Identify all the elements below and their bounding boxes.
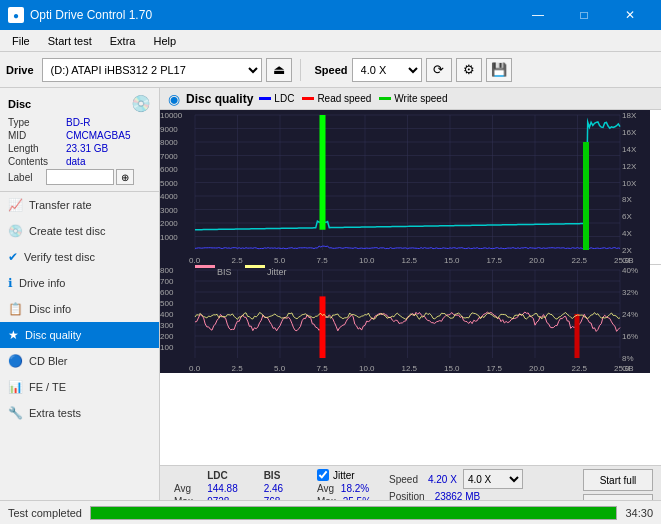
sidebar-item-drive-info[interactable]: ℹ Drive info: [0, 270, 159, 296]
maximize-button[interactable]: □: [561, 0, 607, 30]
app-icon: ●: [8, 7, 24, 23]
main-layout: Disc 💿 Type BD-R MID CMCMAGBA5 Length 23…: [0, 88, 661, 524]
sidebar-item-label: Disc info: [29, 303, 71, 315]
disc-contents-val: data: [66, 156, 85, 167]
sidebar-item-label: FE / TE: [29, 381, 66, 393]
menu-help[interactable]: Help: [145, 33, 184, 49]
avg-ldc: 144.88: [201, 482, 258, 495]
drive-select[interactable]: (D:) ATAPI iHBS312 2 PL17: [42, 58, 262, 82]
sidebar-item-label: CD Bler: [29, 355, 68, 367]
window-controls: — □ ✕: [515, 0, 653, 30]
ldc-header: LDC: [201, 469, 258, 482]
sidebar-item-label: Disc quality: [25, 329, 81, 341]
ldc-chart-wrapper: [160, 110, 661, 265]
disc-mid-val: CMCMAGBA5: [66, 130, 130, 141]
jitter-avg-row: Avg 18.2%: [317, 483, 371, 494]
sidebar-item-label: Extra tests: [29, 407, 81, 419]
disc-length-val: 23.31 GB: [66, 143, 108, 154]
bis-chart: [160, 265, 650, 373]
sidebar-item-label: Drive info: [19, 277, 65, 289]
disc-label-input[interactable]: [46, 169, 114, 185]
sidebar-item-cd-bler[interactable]: 🔵 CD Bler: [0, 348, 159, 374]
disc-info-icon: 📋: [8, 302, 23, 316]
disc-label-key: Label: [8, 172, 46, 183]
menu-extra[interactable]: Extra: [102, 33, 144, 49]
bis-chart-wrapper: [160, 265, 661, 373]
sidebar-item-label: Verify test disc: [24, 251, 95, 263]
progress-bar: [90, 506, 617, 520]
ldc-dot: [259, 97, 271, 100]
statusbar: Test completed 34:30: [0, 500, 661, 524]
progress-bar-fill: [91, 507, 616, 519]
disc-type-row: Type BD-R: [8, 117, 151, 128]
drive-label: Drive: [6, 64, 34, 76]
disc-title: Disc: [8, 98, 31, 110]
legend-write-speed: Write speed: [379, 93, 447, 104]
avg-label: Avg: [168, 482, 201, 495]
speed-key: Speed: [389, 474, 418, 485]
start-full-button[interactable]: Start full: [583, 469, 653, 491]
content-area: ◉ Disc quality LDC Read speed Write spee…: [160, 88, 661, 524]
disc-panel: Disc 💿 Type BD-R MID CMCMAGBA5 Length 23…: [0, 88, 159, 192]
toolbar: Drive (D:) ATAPI iHBS312 2 PL17 ⏏ Speed …: [0, 52, 661, 88]
read-speed-dot: [302, 97, 314, 100]
fe-te-icon: 📊: [8, 380, 23, 394]
sidebar: Disc 💿 Type BD-R MID CMCMAGBA5 Length 23…: [0, 88, 160, 524]
sidebar-item-create-test-disc[interactable]: 💿 Create test disc: [0, 218, 159, 244]
menu-start-test[interactable]: Start test: [40, 33, 100, 49]
sidebar-item-disc-quality[interactable]: ★ Disc quality: [0, 322, 159, 348]
disc-length-row: Length 23.31 GB: [8, 143, 151, 154]
create-test-disc-icon: 💿: [8, 224, 23, 238]
toolbar-separator: [300, 59, 301, 81]
sidebar-item-label: Transfer rate: [29, 199, 92, 211]
menu-file[interactable]: File: [4, 33, 38, 49]
empty-header: [168, 469, 201, 482]
charts-container: [160, 110, 661, 465]
write-speed-label: Write speed: [394, 93, 447, 104]
titlebar-left: ● Opti Drive Control 1.70: [8, 7, 152, 23]
jitter-checkbox-row: Jitter: [317, 469, 371, 481]
verify-test-disc-icon: ✔: [8, 250, 18, 264]
disc-quality-title: Disc quality: [186, 92, 253, 106]
sidebar-item-extra-tests[interactable]: 🔧 Extra tests: [0, 400, 159, 426]
disc-length-key: Length: [8, 143, 66, 154]
sidebar-item-disc-info[interactable]: 📋 Disc info: [0, 296, 159, 322]
disc-label-row: Label ⊕: [8, 169, 151, 185]
bookmark-button[interactable]: 💾: [486, 58, 512, 82]
speed-label: Speed: [315, 64, 348, 76]
sidebar-item-verify-test-disc[interactable]: ✔ Verify test disc: [0, 244, 159, 270]
legend-read-speed: Read speed: [302, 93, 371, 104]
extra-tests-icon: 🔧: [8, 406, 23, 420]
jitter-checkbox[interactable]: [317, 469, 329, 481]
sidebar-item-fe-te[interactable]: 📊 FE / TE: [0, 374, 159, 400]
titlebar: ● Opti Drive Control 1.70 — □ ✕: [0, 0, 661, 30]
speed-select[interactable]: 4.0 X 1.0 X 2.0 X 6.0 X 8.0 X: [352, 58, 422, 82]
legend-ldc: LDC: [259, 93, 294, 104]
refresh-button[interactable]: ⟳: [426, 58, 452, 82]
disc-label-button[interactable]: ⊕: [116, 169, 134, 185]
disc-mid-row: MID CMCMAGBA5: [8, 130, 151, 141]
sidebar-item-transfer-rate[interactable]: 📈 Transfer rate: [0, 192, 159, 218]
disc-contents-row: Contents data: [8, 156, 151, 167]
disc-mid-key: MID: [8, 130, 66, 141]
disc-contents-key: Contents: [8, 156, 66, 167]
transfer-rate-icon: 📈: [8, 198, 23, 212]
menubar: File Start test Extra Help: [0, 30, 661, 52]
drive-info-icon: ℹ: [8, 276, 13, 290]
disc-icon: 💿: [131, 94, 151, 113]
ldc-chart: [160, 110, 650, 265]
disc-quality-header: ◉ Disc quality LDC Read speed Write spee…: [160, 88, 661, 110]
chart-speed-select[interactable]: 4.0 X 2.0 X 8.0 X: [463, 469, 523, 489]
legend: LDC Read speed Write speed: [259, 93, 447, 104]
speed-val: 4.20 X: [428, 474, 457, 485]
minimize-button[interactable]: —: [515, 0, 561, 30]
status-time: 34:30: [625, 507, 653, 519]
cd-bler-icon: 🔵: [8, 354, 23, 368]
status-text: Test completed: [8, 507, 82, 519]
disc-quality-icon-header: ◉: [168, 91, 180, 107]
close-button[interactable]: ✕: [607, 0, 653, 30]
disc-type-val: BD-R: [66, 117, 90, 128]
settings-button[interactable]: ⚙: [456, 58, 482, 82]
avg-bis: 2.46: [258, 482, 303, 495]
eject-button[interactable]: ⏏: [266, 58, 292, 82]
